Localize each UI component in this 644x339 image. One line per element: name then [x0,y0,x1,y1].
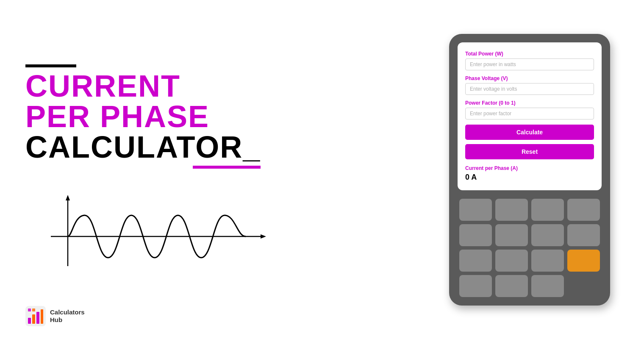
key-3[interactable] [531,199,564,221]
key-1[interactable] [459,199,492,221]
voltage-label: Phase Voltage (V) [465,75,594,81]
svg-rect-6 [32,314,35,324]
power-factor-label: Power Factor (0 to 1) [465,100,594,106]
right-section: Total Power (W) Phase Voltage (V) Power … [441,34,619,306]
key-12[interactable] [459,275,492,297]
svg-rect-5 [28,318,31,324]
key-5[interactable] [459,224,492,246]
wave-diagram [25,190,271,283]
key-6[interactable] [495,224,528,246]
logo: Calculators Hub [25,306,85,326]
svg-rect-7 [36,312,39,324]
key-14[interactable] [531,275,564,297]
title-line3: CALCULATOR_ [25,132,261,169]
power-input[interactable] [465,58,594,70]
power-field-group: Total Power (W) [465,51,594,70]
title-line1: CURRENT [25,71,261,101]
wave-svg [25,190,271,283]
power-label: Total Power (W) [465,51,594,57]
logo-name-line2: Hub [50,316,85,324]
svg-rect-9 [28,308,31,311]
key-7[interactable] [531,224,564,246]
svg-rect-10 [32,308,35,311]
svg-rect-8 [41,309,43,324]
power-factor-field-group: Power Factor (0 to 1) [465,100,594,119]
key-4[interactable] [567,199,600,221]
key-11[interactable] [531,250,564,272]
result-value: 0 A [465,173,594,182]
key-9[interactable] [459,250,492,272]
power-factor-input[interactable] [465,108,594,119]
logo-text: Calculators Hub [50,308,85,324]
calculator-screen: Total Power (W) Phase Voltage (V) Power … [458,42,602,190]
logo-name-line1: Calculators [50,308,85,316]
title-line2: PER PHASE [25,101,261,132]
result-section: Current per Phase (A) 0 A [465,165,594,182]
key-orange[interactable] [567,250,600,272]
voltage-input[interactable] [465,83,594,95]
keypad [458,199,602,297]
result-label: Current per Phase (A) [465,165,594,171]
reset-button[interactable]: Reset [465,144,594,159]
title-block: CURRENT PER PHASE CALCULATOR_ [25,64,261,169]
key-2[interactable] [495,199,528,221]
key-8[interactable] [567,224,600,246]
calculator-body: Total Power (W) Phase Voltage (V) Power … [449,34,610,306]
svg-marker-3 [261,234,266,239]
voltage-field-group: Phase Voltage (V) [465,75,594,95]
logo-icon [25,306,46,326]
svg-marker-1 [66,195,70,200]
top-bar-decoration [25,64,76,67]
key-10[interactable] [495,250,528,272]
calculate-button[interactable]: Calculate [465,125,594,140]
key-13[interactable] [495,275,528,297]
left-section: CURRENT PER PHASE CALCULATOR_ [25,56,441,283]
